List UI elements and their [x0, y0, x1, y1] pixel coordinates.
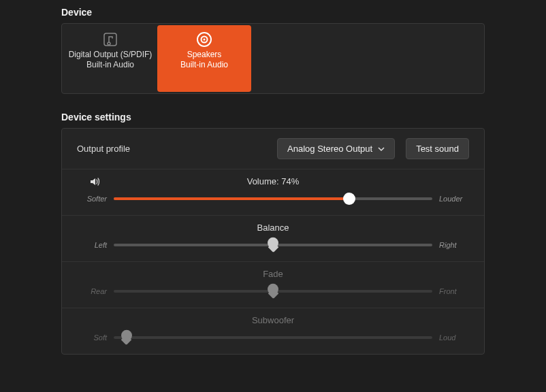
fade-row: Fade Rear Front: [62, 262, 484, 308]
speaker-icon: [195, 29, 213, 50]
svg-point-3: [204, 39, 206, 41]
device-title: Digital Output (S/PDIF): [69, 50, 152, 60]
volume-title: Volume: 74%: [247, 176, 300, 186]
device-card-speakers[interactable]: Speakers Built-in Audio: [157, 25, 251, 92]
volume-slider[interactable]: [114, 192, 432, 206]
device-list: Digital Output (S/PDIF) Built-in Audio S…: [61, 23, 485, 94]
device-subtitle: Built-in Audio: [180, 60, 228, 70]
subwoofer-left-label: Soft: [77, 333, 107, 342]
balance-row: Balance Left Right: [62, 216, 484, 262]
device-section-title: Device: [61, 7, 546, 18]
settings-section-title: Device settings: [61, 112, 546, 122]
subwoofer-title: Subwoofer: [252, 315, 294, 325]
device-settings-panel: Output profile Analog Stereo Output Test…: [61, 128, 485, 355]
fade-slider[interactable]: [114, 284, 432, 298]
fade-title: Fade: [263, 269, 283, 279]
subwoofer-row: Subwoofer Soft Loud: [62, 308, 484, 354]
output-profile-label: Output profile: [77, 144, 130, 154]
subwoofer-thumb[interactable]: [121, 330, 132, 341]
balance-right-label: Right: [439, 241, 469, 249]
device-title: Speakers: [187, 50, 222, 60]
fade-thumb[interactable]: [268, 284, 278, 295]
balance-title: Balance: [257, 223, 289, 233]
output-profile-value: Analog Stereo Output: [287, 144, 372, 154]
device-subtitle: Built-in Audio: [86, 60, 134, 70]
fade-right-label: Front: [439, 287, 469, 295]
subwoofer-slider[interactable]: [114, 331, 432, 344]
balance-slider[interactable]: [114, 238, 432, 252]
test-sound-button[interactable]: Test sound: [406, 138, 469, 159]
chevron-down-icon: [378, 146, 385, 152]
balance-left-label: Left: [77, 241, 107, 249]
balance-thumb[interactable]: [268, 238, 278, 248]
volume-row: Volume: 74% Softer Louder: [62, 169, 484, 216]
device-card-spdif[interactable]: Digital Output (S/PDIF) Built-in Audio: [63, 25, 157, 92]
subwoofer-right-label: Loud: [439, 333, 469, 342]
volume-right-label: Louder: [439, 195, 469, 203]
output-profile-row: Output profile Analog Stereo Output Test…: [62, 129, 484, 169]
volume-icon: [89, 176, 100, 187]
volume-left-label: Softer: [77, 195, 107, 203]
volume-thumb[interactable]: [343, 193, 355, 205]
music-note-icon: [102, 29, 118, 50]
output-profile-dropdown[interactable]: Analog Stereo Output: [277, 138, 395, 159]
fade-left-label: Rear: [77, 287, 107, 295]
